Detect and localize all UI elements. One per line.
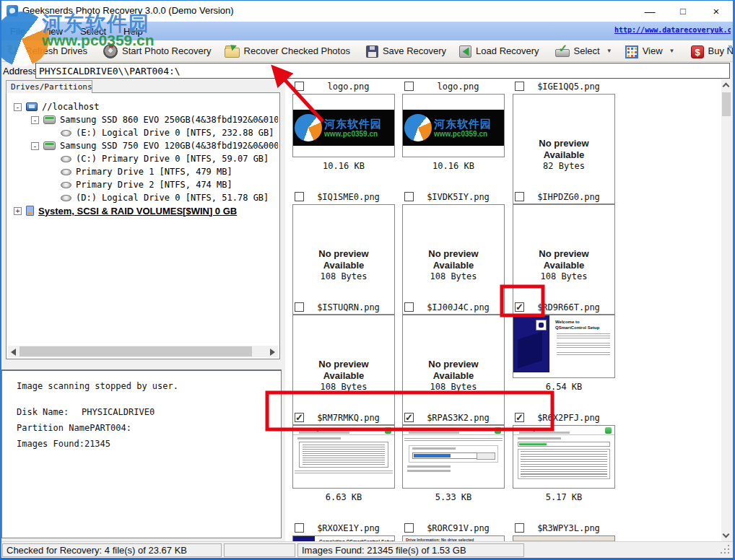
photo-item: $RPAS3K2.pngChoose Install Location5.33 … [402,413,505,523]
photo-checkbox[interactable] [515,192,524,201]
photo-filename: logo.png [402,82,505,92]
photo-checkbox[interactable] [515,413,524,422]
tab-drives-partitions[interactable]: Drives/Partitions [6,80,92,93]
refresh-drives-button[interactable]: Refresh Drives [0,41,94,61]
photo-preview[interactable]: No previewAvailable [402,315,505,425]
grid-vertical-scrollbar[interactable] [721,79,731,541]
photo-filename: $RPAS3K2.png [402,413,505,423]
photo-preview[interactable]: Drive Information: No drive selectedDisk… [402,535,505,541]
tree-item[interactable]: +System, SCSI & RAID VOLUMES[$WIN] 0 GB [8,204,278,217]
photo-filename: $IVDK5IY.png [402,192,505,202]
refresh-icon [6,44,21,58]
resize-grip[interactable] [728,552,729,554]
photo-checkbox[interactable] [515,523,524,533]
photo-checkbox[interactable] [404,82,414,91]
photo-checkbox[interactable] [404,192,414,201]
tree-horizontal-scrollbar[interactable] [8,346,278,357]
photo-filename: $IQ1SME0.png [292,192,396,202]
address-bar: Address: [0,62,735,79]
scroll-up-icon[interactable] [723,83,730,90]
photo-preview[interactable]: License Agreement [292,425,395,489]
scroll-left-icon[interactable] [11,349,16,356]
tree-item[interactable]: Primary Drive 1 [NTFS, 479 MB] [8,165,278,178]
start-photo-recovery-button[interactable]: Start Photo Recovery [97,41,218,61]
photo-item: $ISTUQRN.pngNo previewAvailable108 Bytes [292,302,396,413]
photo-preview[interactable]: Welcome to QSmartControl Setup [513,315,615,378]
tree-expander[interactable]: - [31,116,39,124]
photo-checkbox[interactable] [404,302,414,312]
photo-checkbox[interactable] [295,523,304,533]
select-label: Select [574,45,600,56]
scroll-down-icon[interactable] [723,531,730,538]
photo-filesize: 108 Bytes [402,382,505,392]
tree-item[interactable]: -Samsung SSD 750 EVO 120GB(4&38fbd192&0&… [8,139,278,152]
t-hdd-icon [43,115,56,124]
tree-item[interactable]: Primary Drive 2 [NTFS, 474 MB] [8,178,278,191]
recover-checked-photos-button[interactable]: Recover Checked Photos [218,41,357,61]
photo-preview[interactable]: No previewAvailable [513,94,615,204]
browse-button [477,452,495,460]
photo-preview[interactable]: Choose Install Location [402,425,505,489]
photo-checkbox[interactable] [295,82,304,91]
view-grid-icon [625,45,638,58]
menu-select[interactable]: Select [71,26,115,37]
titlebar: Geeksnerds Photo Recovery 3.0.0 (Demo Ve… [0,0,735,22]
select-dropdown-button[interactable]: Select ▼ [549,41,619,61]
photo-checkbox[interactable] [515,82,524,91]
tree-expander-spacer [48,194,56,202]
photo-preview[interactable]: No previewAvailable [292,204,395,315]
statusbar-checked-for-recovery: Checked for Recovery: 4 file(s) of 23.67… [2,543,222,557]
scrollbar-thumb[interactable] [19,346,252,356]
installer-icon [605,427,612,434]
t-raid-icon [26,206,34,216]
t-computer-icon [26,102,38,111]
photo-item: logo.png河东软件园www.pc0359.cn10.16 KB [402,82,505,192]
minimize-icon[interactable]: — [633,0,666,22]
tree-item[interactable]: -Samsung SSD 860 EVO 250GB(4&38fbd192&0&… [8,113,278,126]
photo-checkbox[interactable] [295,413,304,422]
photo-checkbox[interactable] [295,302,304,312]
tree-item[interactable]: (E:) Logical Drive 0 [NTFS, 232.88 GB] [8,126,278,139]
tree-item[interactable]: -//localhost [8,100,278,113]
photo-checkbox[interactable] [404,523,414,533]
photo-item: $IHPDZG0.pngNo previewAvailable108 Bytes [513,192,616,302]
tree-item[interactable]: (C:) Primary Drive 0 [NTFS, 59.07 GB] [8,152,278,165]
address-input[interactable] [35,63,730,79]
photo-preview[interactable]: No previewAvailable [402,204,505,315]
photo-checkbox[interactable] [515,302,524,312]
photo-checkbox[interactable] [295,192,304,201]
info-field-label: Images Found: [17,439,84,449]
save-recovery-button[interactable]: Save Recovery [360,41,453,61]
close-icon[interactable]: × [700,0,733,22]
photo-filesize: 108 Bytes [402,271,505,281]
photo-checkbox[interactable] [404,413,414,422]
website-link[interactable]: http://www.datarecoveryuk.com [614,26,731,34]
maximize-icon[interactable]: □ [666,0,700,22]
photo-preview[interactable] [513,535,615,541]
load-recovery-button[interactable]: Load Recovery [453,41,545,61]
tree-expander[interactable]: + [14,207,22,215]
scroll-right-icon[interactable] [270,349,275,356]
tree-expander[interactable]: - [31,142,39,150]
menu-help[interactable]: Help [115,26,152,37]
no-preview-text: Available [323,370,365,382]
photo-filename: $ISTUQRN.png [292,302,396,312]
view-dropdown-button[interactable]: View ▼ [619,41,682,61]
menu-view[interactable]: View [34,26,71,37]
photo-preview[interactable]: Completing QSmartControl Setup [292,535,395,541]
tree-item[interactable]: (D:) Logical Drive 0 [NTFS, 51.78 GB] [8,191,278,204]
photo-preview[interactable]: No previewAvailable [513,204,615,315]
toolbar-overflow-chevron[interactable]: » [728,42,732,51]
scrollbar-thumb[interactable] [722,92,731,116]
photo-item: $IGE1QQ5.pngNo previewAvailable82 Bytes [513,82,616,192]
tree-expander[interactable]: - [14,103,22,111]
photo-preview[interactable]: Installing [513,425,615,489]
photo-preview[interactable]: 河东软件园www.pc0359.cn [402,94,505,157]
no-preview-text: Available [544,260,585,271]
photo-preview[interactable]: No previewAvailable [292,315,395,425]
photo-filename: $RD9R66T.png [513,302,616,312]
photo-filename: logo.png [292,82,396,92]
photo-filename: $R3WPY3L.png [513,523,616,533]
menu-file[interactable]: File [1,26,34,37]
photo-preview[interactable]: 河东软件园www.pc0359.cn [292,94,395,157]
